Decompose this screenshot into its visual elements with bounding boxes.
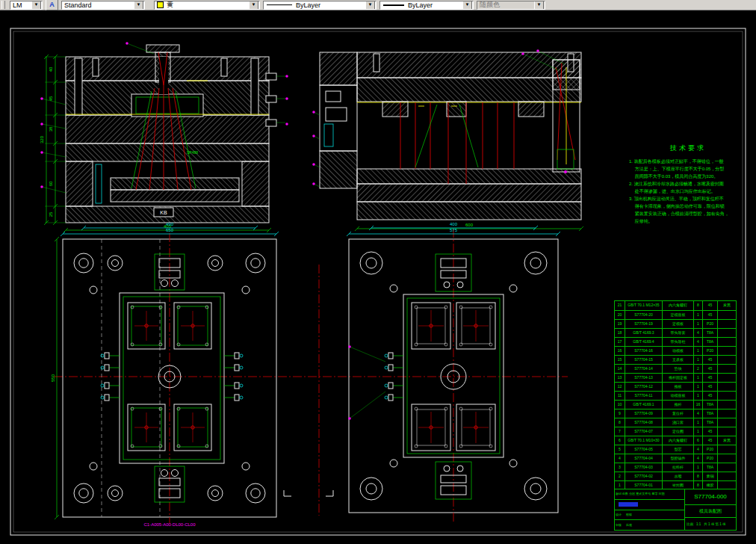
part-no: 11 [615, 392, 625, 400]
part-name: 内六角螺钉 [662, 436, 693, 445]
part-remark [717, 383, 736, 391]
dim-label: 25 [49, 211, 53, 217]
parts-row: 20 S77704-20 定模座板 1 45 [615, 310, 736, 319]
part-name: 型芯 [662, 445, 693, 454]
lineweight-sample [383, 4, 404, 6]
lineweight-combo[interactable]: ByLayer ▼ [379, 1, 474, 10]
scale-label: 比例 [687, 522, 693, 526]
part-code: S77704-12 [625, 383, 662, 391]
part-qty: 8 [693, 472, 702, 480]
part-no: 20 [615, 311, 625, 319]
color-combo-value: 黄 [165, 1, 175, 10]
style-combo[interactable]: Standard ▼ [61, 1, 145, 10]
part-remark [717, 311, 736, 319]
linetype-sample [267, 4, 292, 5]
tech-line: 面间隙不大于0.03，模具闭合高度为320。 [629, 173, 747, 180]
linetype-combo[interactable]: ByLayer ▼ [263, 1, 377, 10]
part-code: S77704-02 [625, 472, 662, 480]
title-block[interactable]: 标记 处数 分区 更改文件号 签字 日期 设计 校核 审核 批准 S77704-… [614, 489, 737, 531]
color-combo[interactable]: 黄 ▼ [154, 1, 260, 10]
part-name: 带头导套 [662, 329, 693, 337]
dim-label: 60 [49, 181, 53, 186]
part-code: S77704-14 [625, 365, 662, 373]
part-no: 18 [615, 329, 625, 337]
parts-row: 5 S77704-05 型芯 4 P20 [615, 445, 736, 454]
part-qty: 1 [693, 311, 702, 319]
part-remark [717, 427, 736, 436]
part-qty: 4 [693, 329, 702, 337]
part-no: 6 [615, 436, 625, 445]
chevron-down-icon[interactable]: ▼ [134, 1, 143, 10]
part-code: S77704-19 [625, 320, 662, 328]
part-code: S77704-20 [625, 311, 662, 319]
part-remark [717, 454, 736, 463]
part-name: 定模板 [662, 320, 693, 328]
part-material: T8A [702, 463, 717, 472]
parts-row: 8 S77704-08 浇口套 1 T8A [615, 418, 736, 427]
part-material: 45 [702, 301, 717, 310]
dim-label: 320 [40, 135, 44, 143]
part-remark [717, 347, 736, 355]
parts-row: 11 S77704-11 动模座板 1 45 [615, 391, 736, 400]
part-no: 5 [615, 445, 625, 454]
chevron-down-icon[interactable]: ▼ [365, 1, 375, 10]
part-no: 21 [615, 301, 625, 310]
part-remark [717, 329, 736, 337]
part-material: 45 [702, 311, 717, 319]
drawing-title: 模具装配图 [685, 505, 736, 518]
chevron-down-icon[interactable]: ▼ [249, 1, 258, 10]
part-code: S77704-05 [625, 445, 662, 454]
plan-view-right[interactable]: 575 400 [347, 222, 560, 522]
part-qty: 4 [693, 454, 702, 463]
part-code: S77704-11 [625, 392, 662, 400]
color-swatch-yellow [157, 1, 164, 8]
section-view-left[interactable]: 40 45 38 60 25 320 400 KB SP488 [40, 42, 288, 232]
part-no: 2 [615, 472, 625, 480]
part-code: S77704-09 [625, 409, 662, 418]
tech-requirements-title: 技术要求 [629, 143, 747, 153]
dim-label: 45 [49, 96, 53, 101]
parts-row: 6 GB/T 70.1 M10×30 内六角螺钉 6 45 发黑 [615, 436, 736, 445]
part-material: T8A [702, 329, 717, 337]
layer-combo[interactable]: LM ▼ [10, 1, 43, 10]
part-qty: 4 [693, 338, 702, 346]
chevron-down-icon[interactable]: ▼ [31, 1, 41, 10]
part-name: 复位杆 [662, 409, 693, 418]
drawing-code-label: C1-A005-A00-DL00-CL00 [143, 522, 196, 527]
toolbar-grip[interactable] [1, 1, 5, 9]
title-block-revision-area: 标记 处数 分区 更改文件号 签字 日期 设计 校核 审核 批准 [615, 489, 685, 530]
text-style-icon[interactable]: A [46, 0, 58, 10]
plotstyle-combo-value: 随颜色 [478, 1, 501, 10]
part-no: 16 [615, 347, 625, 355]
part-code: S77704-03 [625, 463, 662, 472]
sign-row-2: 审核 批准 [615, 519, 684, 530]
section-view-right[interactable]: 600 [312, 49, 583, 231]
title-block-main-area: S77704-000 模具装配图 比例 1:1 共 1 张 第 1 张 [685, 489, 736, 530]
dim-label: 650 [166, 228, 174, 232]
chevron-down-icon[interactable]: ▼ [462, 1, 472, 10]
part-material: T8A [702, 418, 717, 427]
parts-row: 10 GB/T 4169.1 推杆 16 T8A [615, 400, 736, 409]
part-name: 定模座板 [662, 311, 693, 319]
part-qty: 1 [693, 463, 702, 472]
tech-line: 1. 装配后各模板必须对正贴平，不得错位，一般 [629, 158, 747, 165]
part-qty: 8 [693, 301, 702, 310]
tech-requirements[interactable]: 技术要求 1. 装配后各模板必须对正贴平，不得错位，一般 方法是：上、下模座平行… [629, 143, 747, 225]
part-code: GB/T 4169.1 [625, 401, 662, 409]
part-name: 推板 [662, 383, 693, 391]
part-material: 45 [702, 365, 717, 373]
sign-row-1: 设计 校核 [615, 510, 684, 520]
part-remark [717, 445, 736, 454]
part-remark [717, 356, 736, 364]
part-qty: 1 [693, 383, 702, 391]
dim-label: 575 [450, 228, 458, 232]
dim-label: 490 [166, 222, 174, 226]
part-code: GB/T 4169.4 [625, 338, 662, 346]
drawing-number: S77704-000 [685, 489, 736, 505]
tech-requirements-body: 1. 装配后各模板必须对正贴平，不得错位，一般 方法是：上、下模座平行度不大于0… [629, 158, 747, 225]
title-block-footer: 比例 1:1 共 1 张 第 1 张 [685, 518, 736, 530]
part-qty: 4 [693, 409, 702, 418]
parts-list-table[interactable]: 21 GB/T 70.1 M12×35 内六角螺钉 8 45 发黑 20 S77… [614, 300, 737, 490]
part-qty: 1 [693, 347, 702, 355]
plan-view-left[interactable]: 650 490 550 C1-A005-A00-DL00-CL00 [51, 222, 279, 527]
